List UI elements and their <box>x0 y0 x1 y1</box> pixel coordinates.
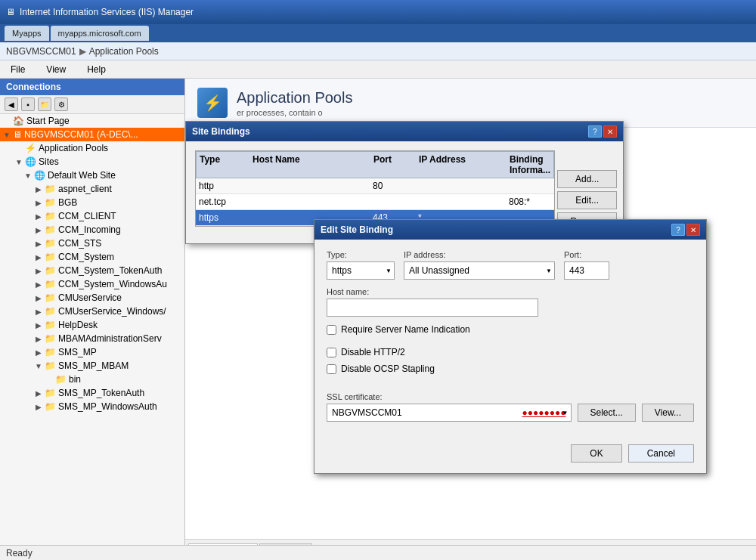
sni-label: Require Server Name Indication <box>341 324 470 335</box>
menu-bar: File View Help <box>0 60 756 79</box>
sidebar-item-label: Default Web Site <box>48 170 116 181</box>
type-group: Type: https ▼ <box>327 250 395 280</box>
status-text: Ready <box>6 548 33 558</box>
sidebar-item-label: HelpDesk <box>58 320 98 330</box>
help-button[interactable]: ? <box>671 224 685 236</box>
port-input[interactable] <box>564 261 609 280</box>
breadcrumb-part2[interactable]: Application Pools <box>89 46 159 57</box>
sidebar-content: 🏠 Start Page ▼ 🖥 NBGVMSCCM01 (A-DEC\... … <box>0 114 184 545</box>
sidebar-item-mbam[interactable]: ▶ 📁 MBAMAdministrationServ <box>0 332 184 345</box>
folder-icon: 📁 <box>45 347 56 357</box>
sidebar-item-ccm-tokenauth[interactable]: ▶ 📁 CCM_System_TokenAuth <box>0 264 184 277</box>
sidebar-item-aspnet[interactable]: ▶ 📁 aspnet_client <box>0 182 184 196</box>
toolbar-btn-3[interactable]: 📁 <box>38 97 51 111</box>
arrow: ▶ <box>35 335 42 343</box>
sidebar-item-label: NBGVMSCCM01 (A-DEC\... <box>24 129 138 140</box>
folder-icon: 📁 <box>45 238 56 249</box>
sidebar-item-cmuserservice-win[interactable]: ▶ 📁 CMUserService_Windows/ <box>0 305 184 318</box>
menu-view[interactable]: View <box>42 63 70 76</box>
http2-checkbox[interactable] <box>327 348 336 357</box>
sidebar-item-helpdesk[interactable]: ▶ 📁 HelpDesk <box>0 318 184 332</box>
add-button[interactable]: Add... <box>557 170 617 188</box>
sidebar-item-cmuserservice[interactable]: ▶ 📁 CMUserService <box>0 291 184 305</box>
folder-icon: 📁 <box>45 333 56 344</box>
content-title: Application Pools <box>237 89 352 107</box>
type-select-wrapper: https ▼ <box>327 261 395 280</box>
folder-icon: 📁 <box>45 197 56 208</box>
row-binding: 808:* <box>509 196 551 207</box>
ssl-view-button[interactable]: View... <box>642 404 694 422</box>
table-row[interactable]: net.tcp 808:* <box>196 194 554 210</box>
ocsp-checkbox[interactable] <box>327 364 336 374</box>
sidebar-item-ccm-client[interactable]: ▶ 📁 CCM_CLIENT <box>0 209 184 223</box>
site-bindings-title: Site Bindings <box>192 126 250 137</box>
type-select[interactable]: https ▼ <box>327 261 395 280</box>
menu-help[interactable]: Help <box>82 63 110 76</box>
sidebar-item-server[interactable]: ▼ 🖥 NBGVMSCCM01 (A-DEC\... <box>0 128 184 141</box>
sidebar-item-startpage[interactable]: 🏠 Start Page <box>0 114 184 128</box>
sidebar-item-sms-mp-mbam[interactable]: ▼ 📁 SMS_MP_MBAM <box>0 359 184 373</box>
sidebar-item-label: MBAMAdministrationServ <box>58 333 162 344</box>
help-button[interactable]: ? <box>588 125 602 138</box>
close-button[interactable]: ✕ <box>603 125 617 138</box>
hostname-input[interactable] <box>327 299 538 317</box>
tab-myapps[interactable]: Myapps <box>5 26 49 41</box>
ssl-redacted: ●●●●●●●● <box>522 407 566 418</box>
arrow: ▶ <box>35 348 42 357</box>
toolbar-btn-1[interactable]: ◀ <box>5 97 18 111</box>
sidebar-item-sms-mp-winauth[interactable]: ▶ 📁 SMS_MP_WindowsAuth <box>0 400 184 413</box>
folder-icon: 📁 <box>45 184 56 194</box>
sidebar-item-label: SMS_MP <box>58 347 97 357</box>
menu-file[interactable]: File <box>6 63 29 76</box>
row-ip <box>418 181 509 191</box>
ssl-select-button[interactable]: Select... <box>578 404 636 422</box>
bindings-table: Type Host Name Port IP Address Binding I… <box>195 150 555 227</box>
sidebar-item-sites[interactable]: ▼ 🌐 Sites <box>0 155 184 169</box>
sidebar-item-bgb[interactable]: ▶ 📁 BGB <box>0 196 184 209</box>
sni-checkbox[interactable] <box>327 325 336 335</box>
toolbar-btn-4[interactable]: ⚙ <box>54 97 68 111</box>
edit-site-binding-dialog: Edit Site Binding ? ✕ Type: https ▼ <box>314 219 707 474</box>
tab-myapps-microsoft[interactable]: myapps.microsoft.com <box>51 26 149 41</box>
ip-group: IP address: All Unassigned ▼ <box>404 250 555 280</box>
sidebar-item-bin[interactable]: 📁 bin <box>0 373 184 386</box>
sidebar-item-ccm-incoming[interactable]: ▶ 📁 CCM_Incoming <box>0 223 184 237</box>
folder-icon: 📁 <box>45 265 56 276</box>
arrow: ▶ <box>35 253 42 261</box>
breadcrumb: NBGVMSCCM01 ▶ Application Pools <box>0 42 756 60</box>
type-label: Type: <box>327 250 395 259</box>
sidebar-item-label: SMS_MP_MBAM <box>58 360 129 371</box>
arrow: ▶ <box>35 226 42 234</box>
sidebar-item-defaultwebsite[interactable]: ▼ 🌐 Default Web Site <box>0 169 184 182</box>
sidebar-item-label: CCM_CLIENT <box>58 211 116 221</box>
content-header-icon: ⚡ <box>197 88 228 118</box>
edit-button[interactable]: Edit... <box>557 191 617 209</box>
sidebar-item-ccm-windows[interactable]: ▶ 📁 CCM_System_WindowsAu <box>0 277 184 291</box>
table-row[interactable]: http 80 <box>196 178 554 194</box>
sidebar-item-label: CCM_System_WindowsAu <box>58 279 167 289</box>
row-binding <box>509 181 551 191</box>
http2-label: Disable HTTP/2 <box>341 347 405 357</box>
sidebar: Connections ◀ ▪ 📁 ⚙ 🏠 Start Page ▼ 🖥 NBG… <box>0 79 185 560</box>
ssl-select[interactable]: NBGVMSCCM01 ●●●●●●●● ▼ <box>327 404 572 422</box>
sni-row: Require Server Name Indication <box>327 324 694 335</box>
sidebar-item-ccm-system[interactable]: ▶ 📁 CCM_System <box>0 250 184 264</box>
title-bar-text: Internet Information Services (IIS) Mana… <box>20 7 194 17</box>
breadcrumb-part1[interactable]: NBGVMSCCM01 <box>6 46 76 57</box>
sidebar-item-apppools[interactable]: ⚡ Application Pools <box>0 141 184 155</box>
arrow: ▶ <box>35 212 42 221</box>
ok-button[interactable]: OK <box>571 444 621 463</box>
titlebar-buttons: ? ✕ <box>671 224 700 236</box>
cancel-button[interactable]: Cancel <box>628 444 694 463</box>
ip-value: All Unassigned <box>409 265 469 276</box>
close-button[interactable]: ✕ <box>686 224 700 236</box>
ip-select[interactable]: All Unassigned ▼ <box>404 261 555 280</box>
arrow: ▼ <box>15 158 23 166</box>
toolbar-btn-2[interactable]: ▪ <box>21 97 35 111</box>
status-bar: Ready <box>0 545 756 560</box>
folder-icon: 📁 <box>45 388 56 398</box>
sidebar-item-sms-mp[interactable]: ▶ 📁 SMS_MP <box>0 345 184 359</box>
ocsp-label: Disable OCSP Stapling <box>341 364 435 374</box>
sidebar-item-ccm-sts[interactable]: ▶ 📁 CCM_STS <box>0 237 184 250</box>
sidebar-item-sms-mp-tokenauth[interactable]: ▶ 📁 SMS_MP_TokenAuth <box>0 386 184 400</box>
